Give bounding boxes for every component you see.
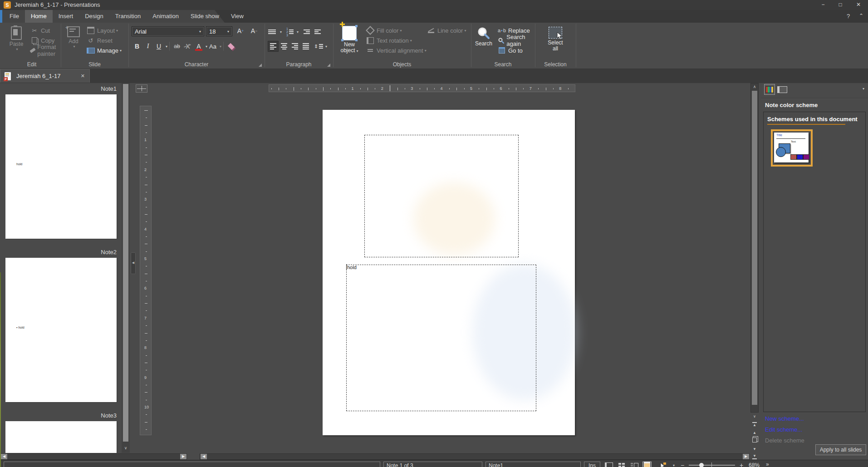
add-slide-button[interactable]: + Add ▾ [64,24,83,49]
notes-scroll-down-icon[interactable]: ∨ [122,444,130,452]
dialog-launcher-icon[interactable] [259,64,262,67]
note-thumbnail[interactable] [5,421,117,453]
chevron-down-icon[interactable]: ▾ [280,30,282,34]
line-color-button[interactable]: Line color ▾ [427,25,466,35]
menu-tab-design[interactable]: Design [79,10,109,23]
zoom-level-value[interactable]: 68% [749,462,760,467]
scroll-right-icon[interactable]: ▶ [180,454,186,459]
fill-color-button[interactable]: Fill color ▾ [366,25,427,35]
zoom-out-button[interactable]: − [681,462,684,467]
notes-horizontal-scrollbar[interactable]: ◀ ▶ [0,453,187,460]
font-size-select[interactable]: 18 ▾ [206,26,232,36]
menu-tab-transition[interactable]: Transition [109,10,147,23]
notes-view-button[interactable] [642,462,652,467]
panel-collapse-handle[interactable]: ◀ [131,252,136,274]
note-thumbnail[interactable]: ▪ hold [5,258,117,402]
nav-first-slide-button[interactable]: ▲ [750,421,759,428]
help-icon[interactable]: ? [847,13,850,20]
nav-pages-button[interactable] [750,438,759,445]
menu-tab-view[interactable]: View [225,10,250,23]
body-placeholder[interactable]: hold [346,265,536,411]
vertical-alignment-button[interactable]: Vertical alignment ▾ [366,45,427,55]
statusbar-overflow-button[interactable]: » [766,461,769,467]
reset-button[interactable]: ↺ Reset [86,35,122,45]
chevron-down-icon[interactable]: ▾ [166,44,167,49]
zoom-slider-knob[interactable] [699,463,704,467]
align-left-button[interactable] [268,41,279,52]
text-rotation-button[interactable]: Text rotation ▾ [366,35,427,45]
edit-scheme-link[interactable]: Edit scheme... [765,426,802,433]
scroll-right-icon[interactable]: ▶ [743,454,749,459]
align-center-button[interactable] [279,41,289,52]
title-placeholder[interactable] [364,135,519,257]
canvas-vertical-scrollbar[interactable]: ∧ [750,83,759,413]
font-color-button[interactable]: A [193,41,204,52]
align-right-button[interactable] [289,41,300,52]
shrink-font-button[interactable]: A− [249,25,260,36]
chevron-down-icon[interactable]: ▾ [297,30,299,34]
canvas-vscrollbar-thumb[interactable] [752,91,757,405]
slide-sorter-view-button[interactable] [617,462,626,467]
color-scheme-tab-button[interactable] [764,84,775,95]
cut-button[interactable]: ✂ Cut [30,25,61,35]
nav-next-slide-button[interactable]: ▼ [750,446,759,453]
strikethrough-button[interactable]: ab [172,41,182,52]
select-all-button[interactable]: Select all [542,25,569,52]
bold-button[interactable]: B [132,41,142,52]
delete-scheme-link[interactable]: Delete scheme [765,437,804,444]
tab-close-icon[interactable]: ✕ [81,73,85,79]
grow-font-button[interactable]: A+ [235,25,246,36]
document-tab[interactable]: P Jeremiah 6_1-17 ✕ [0,69,90,83]
paste-button[interactable]: Paste ▾ [5,24,28,51]
underline-button[interactable]: U [153,41,164,52]
menu-tab-file[interactable]: File [4,10,25,23]
bullet-list-button[interactable] [268,26,279,37]
scroll-left-icon[interactable]: ◀ [1,454,7,459]
menu-tab-slide-show[interactable]: Slide show [185,10,225,23]
nav-previous-slide-button[interactable]: ▲ [750,429,759,437]
justify-button[interactable] [300,41,311,52]
scroll-up-icon[interactable]: ∧ [751,84,758,90]
canvas-scroll-down-icon[interactable]: ∨ [750,413,759,420]
pointer-mode-button[interactable] [658,462,669,467]
scheme-thumbnail[interactable]: Title Text [771,129,813,167]
zoom-in-button[interactable]: + [740,462,743,467]
dialog-launcher-icon[interactable] [327,64,330,67]
change-case-button[interactable]: Aa [207,41,218,52]
menu-tab-animation[interactable]: Animation [147,10,185,23]
highlighter-button[interactable] [226,41,236,52]
subscript-button[interactable]: X [182,41,193,52]
increase-indent-button[interactable] [301,26,312,37]
menu-tab-insert[interactable]: Insert [53,10,79,23]
normal-view-button[interactable] [604,462,613,467]
note-thumbnail[interactable]: hold [5,94,117,239]
format-painter-button[interactable]: Format painter [30,45,61,55]
notes-scrollbar-thumb[interactable] [123,84,128,442]
canvas-horizontal-scrollbar[interactable]: ◀ ▶ [200,453,750,460]
italic-button[interactable]: I [142,41,153,52]
search-again-button[interactable]: Search again [497,35,535,45]
font-name-select[interactable]: Arial ▾ [132,26,204,36]
slide-name-field[interactable]: Note1 [485,462,581,467]
numbered-list-button[interactable]: 123 [284,26,295,37]
nav-last-slide-button[interactable]: ▼ [750,454,759,460]
chevron-down-icon[interactable]: ▾ [325,44,327,49]
layout-tab-button[interactable] [777,84,788,95]
slide-indicator-field[interactable]: Note 1 of 3 [383,462,482,467]
maximize-button[interactable]: □ [832,0,849,10]
insert-mode-toggle[interactable]: Ins [584,462,600,467]
scroll-left-icon[interactable]: ◀ [201,454,207,459]
minimize-button[interactable]: − [814,0,832,10]
new-object-button[interactable]: New object▾ [337,24,362,54]
ruler-origin-button[interactable] [136,84,147,93]
line-spacing-button[interactable]: ⇕ [313,41,324,52]
decrease-indent-button[interactable] [312,26,323,37]
collapse-ribbon-icon[interactable]: ⌃ [859,13,863,19]
notes-scrollbar[interactable] [122,83,130,453]
new-scheme-link[interactable]: New scheme... [765,415,804,422]
chevron-down-icon[interactable]: ▾ [671,462,677,467]
layout-button[interactable]: Layout ▾ [86,25,122,35]
placeholder-text[interactable]: hold [347,265,357,270]
zoom-slider-track[interactable] [689,465,735,466]
outline-view-button[interactable] [630,462,639,467]
